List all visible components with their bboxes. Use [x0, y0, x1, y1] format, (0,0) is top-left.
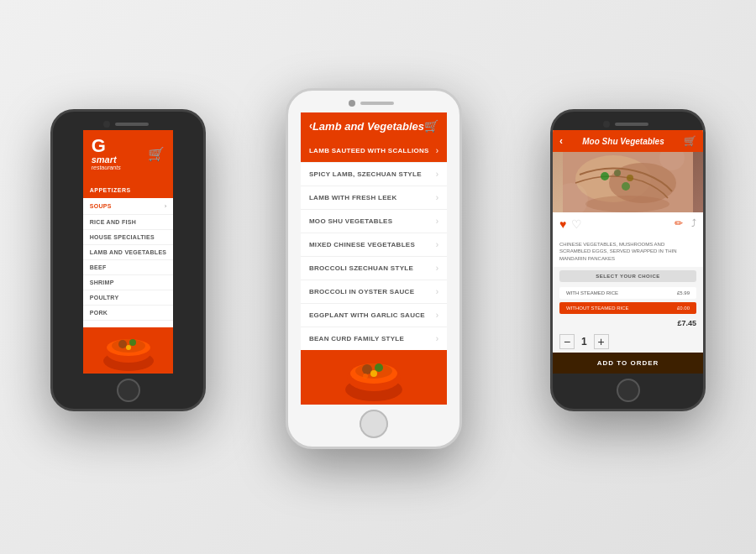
option-text: WITH STEAMED RICE [566, 290, 618, 295]
cart-icon-right[interactable]: 🛒 [684, 135, 696, 147]
quantity-plus-button[interactable]: + [594, 334, 609, 349]
list-item[interactable]: SOUPS › [83, 198, 174, 215]
left-speaker [115, 123, 149, 126]
left-menu-list: SOUPS › RICE AND FISH HOUSE SPECIALTIES … [83, 198, 174, 327]
center-camera [349, 100, 355, 107]
food-wrap-image [563, 152, 693, 212]
chevron-right-icon: › [436, 217, 438, 226]
option-text: WITHOUT STEAMED RICE [566, 306, 629, 311]
cart-icon-left[interactable]: 🛒 [148, 146, 165, 162]
share-icon[interactable]: ⤴ [691, 217, 696, 231]
list-item[interactable]: SPICY LAMB, SZECHUAN STYLE › [301, 163, 447, 186]
chevron-right-icon: › [436, 146, 438, 155]
center-phone-top-bar [288, 96, 459, 111]
right-select-section: SELECT YOUR CHOICE [553, 267, 703, 285]
section-label: APPETIZERS [90, 187, 131, 193]
logo-restaurants: restaurants [92, 165, 121, 171]
logo-g: G [92, 137, 121, 155]
list-item[interactable]: BROCCOLI SZECHUAN STYLE › [301, 257, 447, 280]
phone-left: G smart restaurants 🛒 APPETIZERS SOUPS ›… [50, 109, 206, 411]
menu-item-text: MIXED CHINESE VEGETABLES [309, 241, 415, 248]
chevron-right-icon: › [436, 170, 438, 179]
menu-item-text: MOO SHU VEGETABLES [309, 217, 392, 225]
menu-item-text: LAMB WITH FRESH LEEK [309, 194, 397, 201]
menu-item-text: LAMB AND VEGETABLES [90, 249, 167, 255]
menu-item-text: PORK [90, 310, 108, 316]
center-header: ‹ Lamb and Vegetables 🛒 [301, 112, 447, 139]
quantity-minus-button[interactable]: − [559, 334, 575, 349]
list-item[interactable]: MOO SHU VEGETABLES › [301, 210, 447, 233]
svg-point-18 [601, 172, 609, 180]
menu-item-text: HOUSE SPECIALTIES [90, 234, 155, 240]
chevron-right-icon: › [436, 287, 438, 296]
list-item[interactable]: POULTRY [83, 290, 174, 306]
center-speaker [360, 102, 394, 105]
back-arrow-icon[interactable]: ‹ [559, 135, 563, 147]
menu-item-text: BEAN CURD FAMILY STYLE [309, 335, 404, 342]
right-actions-bar: ♥ ♡ ✏ ⤴ [553, 212, 703, 236]
cart-icon-center[interactable]: 🛒 [424, 119, 438, 133]
chevron-right-icon: › [436, 193, 438, 202]
logo: G smart restaurants [92, 137, 121, 171]
center-header-title: Lamb and Vegetables [312, 120, 424, 133]
right-speaker [615, 123, 648, 126]
option-price: £5.99 [677, 290, 690, 295]
right-total-price: £7.45 [553, 316, 703, 331]
chevron-right-icon: › [436, 240, 438, 249]
logo-smart: smart [92, 155, 121, 165]
right-header-title: Moo Shu Vegetables [582, 137, 664, 146]
center-home-button[interactable] [360, 410, 388, 438]
list-item[interactable]: BEAN CURD FAMILY STYLE › [301, 327, 447, 350]
left-header: G smart restaurants 🛒 [83, 130, 174, 178]
menu-item-text: BEEF [90, 264, 107, 270]
list-item[interactable]: HOUSE SPECIALTIES [83, 230, 174, 245]
phone-center: ‹ Lamb and Vegetables 🛒 LAMB SAUTEED WIT… [286, 88, 462, 449]
chevron-right-icon: › [436, 311, 438, 320]
center-menu-list: LAMB SAUTEED WITH SCALLIONS › SPICY LAMB… [301, 139, 447, 350]
option-without-rice[interactable]: WITHOUT STEAMED RICE £0.00 [559, 302, 696, 314]
left-phone-top-bar [53, 117, 203, 132]
heart-outline-icon[interactable]: ♡ [571, 217, 582, 231]
option-with-rice[interactable]: WITH STEAMED RICE £5.99 [559, 287, 696, 299]
list-item[interactable]: EGGPLANT WITH GARLIC SAUCE › [301, 304, 447, 327]
menu-item-text: BROCCOLI SZECHUAN STYLE [309, 264, 413, 272]
right-quantity-row: − 1 + [553, 331, 703, 353]
svg-point-21 [622, 182, 630, 191]
svg-point-22 [585, 196, 669, 212]
svg-point-19 [614, 170, 621, 176]
right-home-button[interactable] [617, 379, 640, 402]
list-item[interactable]: MIXED CHINESE VEGETABLES › [301, 233, 447, 257]
list-item[interactable]: BEEF [83, 260, 174, 275]
quantity-value: 1 [581, 336, 587, 348]
svg-point-12 [375, 363, 383, 372]
bowl-image-left [99, 329, 158, 373]
list-item[interactable]: SHRIMP [83, 275, 174, 290]
list-item[interactable]: PORK [83, 306, 174, 321]
left-bottom-image [83, 327, 174, 374]
svg-point-4 [118, 340, 127, 348]
chevron-right-icon: › [436, 334, 438, 343]
right-phone-top-bar [553, 117, 703, 132]
right-camera [603, 121, 610, 128]
right-food-image [553, 152, 703, 212]
edit-icon[interactable]: ✏ [675, 217, 683, 231]
menu-item-text: EGGPLANT WITH GARLIC SAUCE [309, 311, 425, 319]
list-item[interactable]: LAMB WITH FRESH LEEK › [301, 186, 447, 210]
menu-item-text: BROCCOLI IN OYSTER SAUCE [309, 288, 414, 295]
select-choice-button[interactable]: SELECT YOUR CHOICE [559, 270, 696, 282]
svg-point-20 [627, 175, 633, 181]
list-item[interactable]: LAMB AND VEGETABLES [83, 245, 174, 260]
list-item[interactable]: BROCCOLI IN OYSTER SAUCE › [301, 280, 447, 304]
left-home-button[interactable] [117, 379, 140, 402]
list-item[interactable]: LAMB SAUTEED WITH SCALLIONS › [301, 139, 447, 163]
add-to-order-button[interactable]: ADD TO ORDER [553, 353, 703, 374]
heart-icon[interactable]: ♥ [559, 217, 566, 231]
center-screen: ‹ Lamb and Vegetables 🛒 LAMB SAUTEED WIT… [301, 112, 447, 405]
right-description: CHINESE VEGETABLES, MUSHROOMS AND SCRAMB… [553, 236, 703, 267]
menu-item-text: LAMB SAUTEED WITH SCALLIONS [309, 147, 429, 154]
center-bottom-image [301, 350, 447, 405]
left-screen: G smart restaurants 🛒 APPETIZERS SOUPS ›… [83, 130, 174, 374]
svg-point-6 [126, 345, 131, 350]
list-item[interactable]: RICE AND FISH [83, 215, 174, 230]
svg-point-13 [370, 370, 377, 377]
